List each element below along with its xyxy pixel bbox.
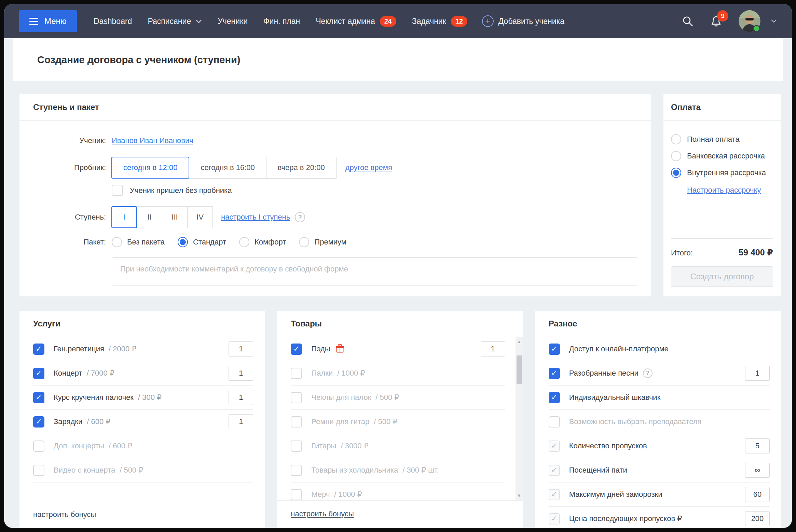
item-price: / 500 ₽ <box>120 466 143 475</box>
configure-bonuses-link[interactable]: настроить бонусы <box>33 510 96 519</box>
radio-option[interactable]: Премиум <box>299 237 346 247</box>
list-item: Ген.репетиция/ 2000 ₽ <box>33 337 253 361</box>
list-item: Пэды <box>291 337 505 361</box>
no-trial-checkbox[interactable] <box>112 185 123 196</box>
scroll-thumb[interactable] <box>517 355 522 384</box>
item-checkbox[interactable] <box>33 392 44 403</box>
notifications-button[interactable]: 9 <box>710 15 722 27</box>
nav-item-Dashboard[interactable]: Dashboard <box>94 17 132 26</box>
student-link[interactable]: Иванов Иван Иванович <box>112 136 193 145</box>
quantity-input[interactable] <box>229 414 253 429</box>
segment-option[interactable]: сегодня в 16:00 <box>189 157 266 179</box>
quantity-input[interactable] <box>745 511 770 526</box>
contract-comment-input[interactable] <box>112 257 638 285</box>
profile-menu-chevron[interactable] <box>771 18 777 24</box>
item-name: Количество пропусков <box>569 442 647 450</box>
item-checkbox[interactable] <box>549 368 560 379</box>
item-checkbox[interactable] <box>549 489 560 500</box>
item-checkbox[interactable] <box>291 368 302 379</box>
radio-option[interactable]: Банковская рассрочка <box>671 151 773 161</box>
radio-option[interactable]: Без пакета <box>112 237 165 247</box>
item-name: Возможность выбрать преподавателя <box>569 417 702 426</box>
goods-scrollbar[interactable]: ▲ ▼ <box>516 337 523 500</box>
item-checkbox[interactable] <box>549 344 560 355</box>
segment-option[interactable]: I <box>111 206 137 228</box>
notifications-badge: 9 <box>717 10 728 22</box>
list-item: Палки/ 1000 ₽ <box>291 361 505 386</box>
segment-option[interactable]: сегодня в 12:00 <box>111 157 189 179</box>
item-checkbox[interactable] <box>549 465 560 476</box>
quantity-input[interactable] <box>745 438 770 453</box>
item-checkbox[interactable] <box>33 465 44 476</box>
quantity-input[interactable] <box>481 341 505 356</box>
configure-bonuses-link[interactable]: настроить бонусы <box>291 509 354 518</box>
help-icon[interactable]: ? <box>643 368 653 378</box>
item-checkbox[interactable] <box>549 513 560 524</box>
segment-option[interactable]: вчера в 20:00 <box>266 157 337 179</box>
item-checkbox[interactable] <box>33 440 44 452</box>
list-item: Товары из холодильника/ 300 ₽ шт. <box>291 458 505 482</box>
help-icon[interactable]: ? <box>295 212 305 222</box>
scroll-up-arrow[interactable]: ▲ <box>517 339 521 344</box>
item-name: Зарядки <box>54 417 82 426</box>
radio-option[interactable]: Комфорт <box>239 237 286 247</box>
item-label: Чехлы для палок/ 500 ₽ <box>311 393 399 402</box>
quantity-input[interactable] <box>745 463 770 478</box>
nav-item-Ученики[interactable]: Ученики <box>218 17 248 26</box>
add-student-button[interactable]: + Добавить ученика <box>482 15 564 27</box>
nav-item-Расписание[interactable]: Расписание <box>148 17 202 26</box>
nav-item-Фин. план[interactable]: Фин. план <box>263 17 300 26</box>
other-time-link[interactable]: другое время <box>345 163 392 172</box>
item-checkbox[interactable] <box>33 344 44 355</box>
quantity-input[interactable] <box>745 366 770 381</box>
configure-installment-link[interactable]: Настроить рассрочку <box>687 186 773 195</box>
stage-package-card: Ступень и пакет Ученик: Иванов Иван Иван… <box>19 94 651 296</box>
radio-option-label: Комфорт <box>255 238 286 247</box>
radio-option[interactable]: Внутренняя рассрочка <box>671 168 773 178</box>
configure-stage-link[interactable]: настроить I ступень <box>221 213 290 222</box>
item-checkbox[interactable] <box>549 392 560 403</box>
scroll-down-arrow[interactable]: ▼ <box>517 493 521 498</box>
student-label: Ученик: <box>33 136 106 145</box>
radio-option[interactable]: Стандарт <box>178 237 226 247</box>
quantity-input[interactable] <box>229 390 253 405</box>
item-label: Цена последующих пропусков ₽ <box>569 514 682 523</box>
quantity-input[interactable] <box>745 487 770 502</box>
item-checkbox[interactable] <box>291 465 302 476</box>
item-checkbox[interactable] <box>291 416 302 428</box>
item-name: Ген.репетиция <box>54 345 104 353</box>
item-name: Товары из холодильника <box>311 466 398 475</box>
nav-item-label: Расписание <box>148 17 191 26</box>
quantity-input[interactable] <box>229 366 253 381</box>
item-checkbox[interactable] <box>33 416 44 428</box>
item-checkbox[interactable] <box>291 344 302 355</box>
segment-option[interactable]: IV <box>187 206 213 228</box>
item-checkbox[interactable] <box>291 489 302 500</box>
item-label: Ремни для гитар/ 500 ₽ <box>311 417 397 426</box>
item-price: / 300 ₽ <box>138 393 162 402</box>
user-avatar[interactable] <box>739 10 760 32</box>
quantity-input[interactable] <box>229 341 253 356</box>
radio-icon <box>178 237 188 247</box>
item-checkbox[interactable] <box>33 368 44 379</box>
package-label: Пакет: <box>33 238 106 247</box>
segment-option[interactable]: II <box>137 206 162 228</box>
item-checkbox[interactable] <box>549 440 560 452</box>
segment-option[interactable]: III <box>162 206 188 228</box>
item-checkbox[interactable] <box>549 416 560 428</box>
misc-card: Разное Доступ к онлайн-платформеРазобран… <box>535 311 781 528</box>
item-name: Индивидуальный шкавчик <box>569 393 661 402</box>
radio-option[interactable]: Полная оплата <box>671 134 773 144</box>
item-checkbox[interactable] <box>291 392 302 403</box>
item-price: / 500 ₽ <box>375 393 399 402</box>
radio-icon <box>299 237 309 247</box>
search-icon <box>682 15 694 27</box>
create-contract-button[interactable]: Создать договор <box>671 266 773 287</box>
nav-item-Чеклист админа[interactable]: Чеклист админа24 <box>316 16 396 27</box>
stage-card-title: Ступень и пакет <box>19 94 651 121</box>
menu-button[interactable]: Меню <box>19 10 77 32</box>
item-name: Видео с концерта <box>54 466 115 475</box>
nav-item-Задачник[interactable]: Задачник12 <box>412 16 467 27</box>
item-checkbox[interactable] <box>291 440 302 452</box>
search-button[interactable] <box>682 15 694 27</box>
